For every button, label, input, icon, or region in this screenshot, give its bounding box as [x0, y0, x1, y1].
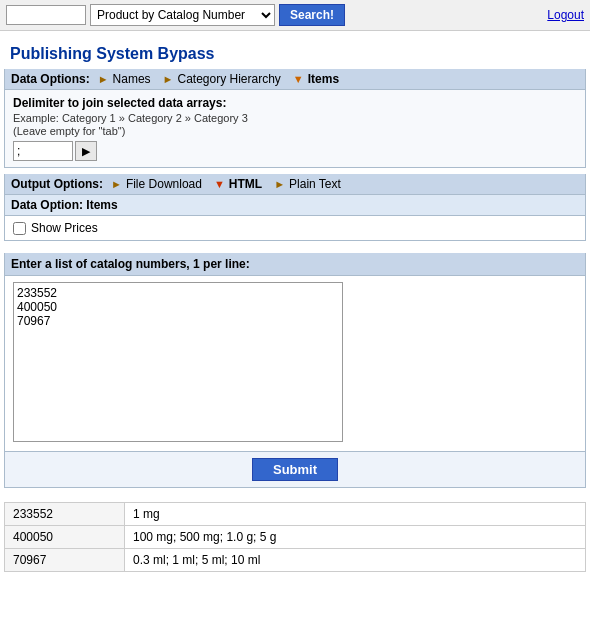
- logout-link[interactable]: Logout: [547, 8, 584, 22]
- delimiter-go-button[interactable]: ▶: [75, 141, 97, 161]
- data-option-items[interactable]: ▼ Items: [293, 72, 339, 86]
- output-option-html[interactable]: ▼ HTML: [214, 177, 262, 191]
- search-button[interactable]: Search!: [279, 4, 345, 26]
- show-prices-label: Show Prices: [31, 221, 98, 235]
- data-option-names[interactable]: ► Names: [98, 72, 151, 86]
- submit-button[interactable]: Submit: [252, 458, 338, 481]
- top-bar: Product by Catalog NumberProduct by Name…: [0, 0, 590, 31]
- delimiter-input-row: ▶: [13, 141, 577, 161]
- show-prices-checkbox[interactable]: [13, 222, 26, 235]
- catalog-input-area: 233552 400050 70967: [4, 276, 586, 452]
- search-select[interactable]: Product by Catalog NumberProduct by Name…: [90, 4, 275, 26]
- file-download-arrow: ►: [111, 178, 122, 190]
- table-row: 709670.3 ml; 1 ml; 5 ml; 10 ml: [5, 549, 586, 572]
- output-option-plain-text[interactable]: ► Plain Text: [274, 177, 341, 191]
- items-arrow: ▼: [293, 73, 304, 85]
- delimiter-note: (Leave empty for "tab"): [13, 125, 577, 137]
- category-hierarchy-label: Category Hierarchy: [177, 72, 280, 86]
- data-option-items-title: Data Option: Items: [4, 195, 586, 216]
- catalog-number-cell: 70967: [5, 549, 125, 572]
- html-label: HTML: [229, 177, 262, 191]
- category-hierarchy-arrow: ►: [163, 73, 174, 85]
- catalog-number-cell: 233552: [5, 503, 125, 526]
- items-label: Items: [308, 72, 339, 86]
- data-options-label: Data Options:: [11, 72, 90, 86]
- search-input[interactable]: [6, 5, 86, 25]
- catalog-section-header: Enter a list of catalog numbers, 1 per l…: [4, 253, 586, 276]
- delimiter-section: Delimiter to join selected data arrays: …: [4, 90, 586, 168]
- data-options-header: Data Options: ► Names ► Category Hierarc…: [4, 69, 586, 90]
- plain-text-label: Plain Text: [289, 177, 341, 191]
- catalog-value-cell: 1 mg: [125, 503, 586, 526]
- catalog-value-cell: 0.3 ml; 1 ml; 5 ml; 10 ml: [125, 549, 586, 572]
- catalog-value-cell: 100 mg; 500 mg; 1.0 g; 5 g: [125, 526, 586, 549]
- top-bar-left: Product by Catalog NumberProduct by Name…: [6, 4, 345, 26]
- output-option-file-download[interactable]: ► File Download: [111, 177, 202, 191]
- page-title: Publishing System Bypass: [4, 37, 586, 69]
- delimiter-label: Delimiter to join selected data arrays:: [13, 96, 577, 110]
- results-table: 2335521 mg400050100 mg; 500 mg; 1.0 g; 5…: [4, 502, 586, 572]
- names-arrow: ►: [98, 73, 109, 85]
- catalog-number-cell: 400050: [5, 526, 125, 549]
- delimiter-example: Example: Category 1 » Category 2 » Categ…: [13, 112, 577, 124]
- output-options-header: Output Options: ► File Download ▼ HTML ►…: [4, 174, 586, 195]
- show-prices-row: Show Prices: [4, 216, 586, 241]
- catalog-textarea[interactable]: 233552 400050 70967: [13, 282, 343, 442]
- output-options-label: Output Options:: [11, 177, 103, 191]
- table-row: 2335521 mg: [5, 503, 586, 526]
- plain-text-arrow: ►: [274, 178, 285, 190]
- delimiter-input[interactable]: [13, 141, 73, 161]
- names-label: Names: [113, 72, 151, 86]
- table-row: 400050100 mg; 500 mg; 1.0 g; 5 g: [5, 526, 586, 549]
- file-download-label: File Download: [126, 177, 202, 191]
- submit-row: Submit: [4, 452, 586, 488]
- data-option-category-hierarchy[interactable]: ► Category Hierarchy: [163, 72, 281, 86]
- html-arrow: ▼: [214, 178, 225, 190]
- main-content: Publishing System Bypass Data Options: ►…: [0, 31, 590, 578]
